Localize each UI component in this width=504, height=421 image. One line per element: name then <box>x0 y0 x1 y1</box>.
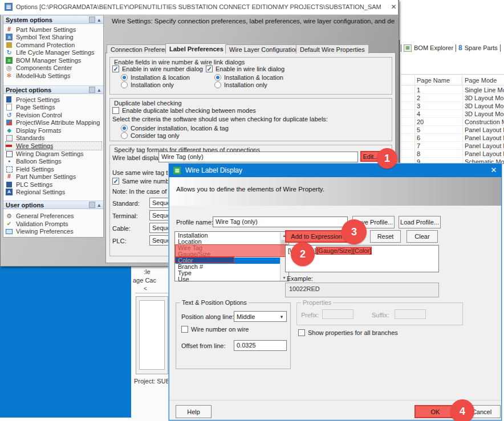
sidebar-item-projectwise-mapping[interactable]: ProjectWise Attribute Mapping <box>6 118 101 126</box>
table-row[interactable]: 1 Single Line Mode <box>401 85 504 94</box>
wire-dialog-description: Allows you to define the elements of Wir… <box>176 186 484 193</box>
highlight-color <box>175 257 234 263</box>
tab-bom-explorer[interactable]: ▦ BOM Explorer <box>404 44 453 52</box>
help-button[interactable]: Help <box>176 405 212 418</box>
sidebar-item-wire-settings[interactable]: Wire Settings <box>6 142 101 150</box>
list-item-branch[interactable]: Branch # <box>176 264 283 270</box>
sidebar-item-revision-control[interactable]: ↺Revision Control <box>6 111 101 119</box>
sidebar-section-project-options[interactable]: Project options ▴ <box>3 85 103 94</box>
table-row[interactable]: 4 3D Layout Mode <box>401 109 504 118</box>
sidebar-item-display-formats[interactable]: ◆Display Formats <box>6 126 101 134</box>
radio-label: Installation only <box>224 81 292 88</box>
tab-bom-explorer-label: BOM Explorer <box>414 44 453 51</box>
tab-label-preferences[interactable]: Label Preferences <box>165 43 227 54</box>
add-to-expression-button[interactable]: Add to Expression <box>285 230 348 243</box>
dropdown-value: Middle <box>234 313 277 320</box>
revision-control-icon: ↺ <box>6 112 13 118</box>
radio-consider-installation-location-tag[interactable] <box>121 125 128 132</box>
sidebar-item-project-settings[interactable]: Project Settings <box>6 96 101 104</box>
terminal-label: Terminal: <box>112 212 147 219</box>
sidebar-item-part-number-settings-2[interactable]: #Part Number Settings <box>6 173 101 181</box>
sidebar-item-symbol-text-sharing[interactable]: aSymbol Text Sharing <box>6 33 101 41</box>
checkbox-wire-number-on-wire[interactable]: ✓ <box>181 326 188 333</box>
radio-consider-tag-only[interactable] <box>121 132 128 139</box>
column-header-page-mode[interactable]: Page Mode <box>465 77 504 85</box>
cell-page-mode: 3D Layout Mode <box>465 111 504 117</box>
highlight-gauge-size <box>175 244 288 257</box>
collapse-icon[interactable]: ▴ <box>97 87 100 93</box>
table-row[interactable]: 5 Panel Layout Mode <box>401 125 504 134</box>
cell-page-name: 20 <box>417 118 460 125</box>
criteria-text: Select the criteria the software should … <box>112 116 357 122</box>
app-partial-column: :le age Cac < Project: SUBST <box>131 267 169 421</box>
position-along-line-dropdown[interactable]: Middle ▾ <box>234 311 287 322</box>
sidebar-item-command-protection[interactable]: Command Protection <box>6 41 101 49</box>
options-close-icon[interactable]: ✕ <box>389 2 399 12</box>
load-profile-button[interactable]: Load Profile... <box>399 216 441 228</box>
sidebar-item-viewing-preferences[interactable]: Viewing Preferences <box>6 227 101 235</box>
sidebar-item-balloon-settings[interactable]: ●Balloon Settings <box>6 157 101 165</box>
table-row[interactable]: 2 3D Layout Mode <box>401 93 504 102</box>
offset-from-line-input[interactable]: 0.0325 <box>234 340 287 351</box>
table-row[interactable]: 8 Panel Layout Mode <box>401 149 504 158</box>
cable-label: Cable: <box>112 225 147 232</box>
collapse-left-button[interactable]: < <box>141 285 149 292</box>
tab-wire-layer-configuration[interactable]: Wire Layer Configuration <box>225 44 303 54</box>
display-formats-icon: ◆ <box>6 127 13 134</box>
sidebar-item-regional-settings[interactable]: ARegional Settings <box>6 188 101 196</box>
bom-manager-icon: ≡ <box>6 57 13 64</box>
clear-button[interactable]: Clear <box>407 230 438 243</box>
wire-dialog-close-icon[interactable]: ✕ <box>486 164 502 177</box>
suffix-input <box>395 309 426 319</box>
cell-page-mode: Single Line Mode <box>465 87 504 93</box>
table-top-border <box>401 74 504 75</box>
preview-panel <box>136 296 168 374</box>
sidebar-item-plc-settings[interactable]: PLC Settings <box>6 181 101 189</box>
sidebar-item-bom-manager[interactable]: ≡BOM Manager Settings <box>6 56 101 64</box>
checkbox-show-properties[interactable]: ✓ <box>298 329 305 336</box>
tab-spare-parts[interactable]: 8 Spare Parts <box>458 44 498 52</box>
sidebar-item-page-settings[interactable]: Page Settings <box>6 103 101 111</box>
reset-button[interactable]: Reset <box>370 230 401 243</box>
column-header-page-name[interactable]: Page Name <box>417 77 462 85</box>
cell-page-name: 5 <box>417 126 460 133</box>
tab-default-wire-properties[interactable]: Default Wire Properties <box>296 44 369 54</box>
table-row[interactable]: 20 Construction Mode <box>401 117 504 126</box>
sidebar-item-general-preferences[interactable]: ⚙General Preferences <box>6 212 101 220</box>
sidebar-item-part-number-settings[interactable]: #Part Number Settings <box>6 26 101 34</box>
table-row[interactable]: 6 Panel Layout Mode <box>401 133 504 142</box>
footer-divider <box>169 400 501 400</box>
checkbox-same-wire-number[interactable]: ✓ <box>112 178 119 185</box>
sidebar-item-standards[interactable]: Standards <box>6 134 101 142</box>
collapse-icon[interactable]: ▴ <box>97 202 100 208</box>
spare-parts-icon: 8 <box>458 44 462 52</box>
radio-installation-location[interactable] <box>121 74 128 81</box>
symbol-text-icon: a <box>6 34 13 40</box>
radio-installation-only-2[interactable] <box>214 81 221 88</box>
list-item-type[interactable]: Type <box>176 270 283 276</box>
wire-label-display-input[interactable]: Wire Tag (only) <box>158 152 358 162</box>
checkbox-enable-wire-number[interactable]: ✓ <box>112 66 119 72</box>
radio-installation-location-2[interactable] <box>214 74 221 81</box>
sidebar-item-validation-prompts[interactable]: ✔Validation Prompts <box>6 220 101 228</box>
table-row[interactable]: 3 3D Layout Mode <box>401 101 504 110</box>
background-tab-strip: ▦ BOM Explorer 8 Spare Parts <box>401 43 504 52</box>
sidebar-section-system-options[interactable]: System options ▴ <box>3 15 103 24</box>
sidebar-item-life-cycle-manager[interactable]: ↻Life Cycle Manager Settings <box>6 48 101 56</box>
radio-label: Installation & location <box>224 74 292 81</box>
profile-name-input[interactable]: Wire Tag (only) <box>213 216 348 227</box>
checkbox-enable-wire-link[interactable]: ✓ <box>206 66 213 72</box>
plc-settings-icon <box>6 182 12 187</box>
sidebar-item-imodelhub[interactable]: ✻iModelHub Settings <box>6 72 101 80</box>
radio-installation-only[interactable] <box>121 81 128 88</box>
sidebar-item-wiring-diagram-settings[interactable]: Wiring Diagram Settings <box>6 150 101 158</box>
sidebar-item-components-center[interactable]: ◎Components Center <box>6 64 101 72</box>
annotation-circle-4: 4 <box>450 399 474 421</box>
list-item-use[interactable]: Use <box>176 276 283 283</box>
checkbox-duplicate-checking[interactable]: ✓ <box>112 107 119 114</box>
collapse-icon[interactable]: ▴ <box>97 17 100 23</box>
life-cycle-icon: ↻ <box>6 49 13 56</box>
sidebar-item-field-settings[interactable]: Field Settings <box>6 165 101 173</box>
table-row[interactable]: 7 Panel Layout Mode <box>401 141 504 150</box>
sidebar-section-user-options[interactable]: User options ▴ <box>3 201 103 209</box>
